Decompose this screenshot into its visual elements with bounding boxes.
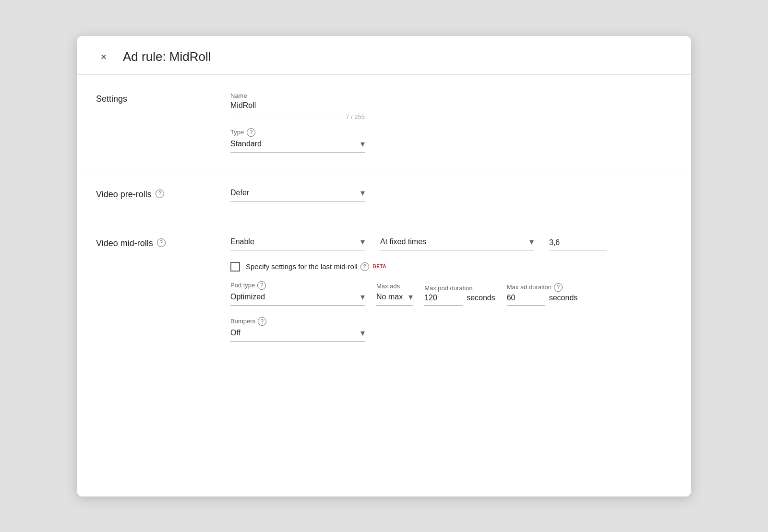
max-ads-value: No max (376, 293, 403, 301)
settings-section: Settings Name MidRoll 7 / 255 Type ? Sta… (77, 75, 691, 170)
midroll-enable-group: Enable ▾ (230, 236, 365, 250)
pod-row: Pod type ? Optimized ▾ Max ads No max ▾ (230, 281, 672, 306)
specify-text: Specify settings for the last mid-roll ?… (246, 262, 386, 271)
midroll-top-row: Enable ▾ At fixed times ▾ (230, 236, 672, 250)
bumpers-arrow: ▾ (360, 328, 365, 338)
prerolls-dropdown-arrow: ▾ (360, 188, 365, 198)
name-field-label: Name (230, 92, 672, 99)
midrolls-help-icon[interactable]: ? (157, 238, 166, 247)
max-ad-duration-input[interactable] (507, 294, 545, 306)
pod-type-label: Pod type ? (230, 281, 365, 290)
midroll-timing-select[interactable]: At fixed times ▾ (380, 236, 534, 250)
close-button[interactable]: × (96, 49, 111, 65)
bumpers-value: Off (230, 329, 240, 337)
settings-label: Settings (96, 92, 230, 153)
midroll-enable-value: Enable (230, 237, 254, 246)
max-ads-label: Max ads (376, 283, 413, 290)
max-ad-duration-label: Max ad duration ? (507, 283, 578, 292)
specify-checkbox[interactable] (230, 262, 240, 272)
max-ads-select[interactable]: No max ▾ (376, 292, 413, 306)
midroll-timing-group: At fixed times ▾ (380, 236, 534, 250)
max-ad-duration-field: Max ad duration ? seconds (507, 283, 578, 306)
prerolls-select[interactable]: Defer ▾ (230, 188, 365, 201)
settings-content: Name MidRoll 7 / 255 Type ? Standard ▾ (230, 92, 672, 153)
prerolls-select-value: Defer (230, 189, 249, 197)
prerolls-content: Defer ▾ (230, 188, 672, 201)
midrolls-content: Enable ▾ At fixed times ▾ (230, 236, 672, 342)
type-help-icon[interactable]: ? (247, 128, 255, 137)
max-ads-field: Max ads No max ▾ (376, 283, 413, 306)
type-select-value: Standard (230, 140, 262, 148)
max-ad-duration-suffix: seconds (549, 294, 578, 306)
max-ad-duration-row: seconds (507, 294, 578, 306)
pod-type-help-icon[interactable]: ? (257, 281, 266, 290)
midroll-timing-value: At fixed times (380, 237, 426, 246)
type-dropdown-arrow: ▾ (360, 139, 365, 149)
name-field-value[interactable]: MidRoll (230, 101, 365, 113)
type-field-label: Type ? (230, 128, 672, 137)
midroll-enable-select[interactable]: Enable ▾ (230, 236, 365, 250)
midroll-times-input[interactable] (549, 238, 607, 250)
max-pod-duration-row: seconds (424, 294, 495, 306)
prerolls-section: Video pre-rolls ? Defer ▾ (77, 170, 691, 219)
bumpers-help-icon[interactable]: ? (258, 317, 266, 326)
max-pod-duration-suffix: seconds (467, 294, 495, 306)
max-pod-duration-field: Max pod duration seconds (424, 284, 495, 306)
char-count: 7 / 255 (230, 113, 365, 120)
max-pod-duration-input[interactable] (424, 294, 463, 306)
pod-type-field: Pod type ? Optimized ▾ (230, 281, 365, 306)
midrolls-section: Video mid-rolls ? Enable ▾ At fixed time… (77, 219, 691, 359)
midroll-enable-arrow: ▾ (360, 236, 365, 247)
bumpers-label: Bumpers ? (230, 317, 672, 326)
max-pod-duration-label: Max pod duration (424, 284, 495, 292)
pod-type-select[interactable]: Optimized ▾ (230, 292, 365, 306)
prerolls-help-icon[interactable]: ? (156, 189, 164, 198)
pod-type-arrow: ▾ (360, 292, 365, 302)
dialog-header: × Ad rule: MidRoll (77, 36, 691, 74)
name-field-group: Name MidRoll 7 / 255 (230, 92, 672, 120)
midroll-timing-arrow: ▾ (529, 236, 534, 247)
pod-type-value: Optimized (230, 293, 265, 301)
dialog: × Ad rule: MidRoll Settings Name MidRoll… (77, 36, 691, 497)
midroll-times-group (549, 238, 607, 250)
midrolls-label: Video mid-rolls ? (96, 236, 230, 342)
specify-help-icon[interactable]: ? (360, 262, 369, 271)
bumpers-section: Bumpers ? Off ▾ (230, 317, 672, 342)
max-ads-arrow: ▾ (408, 292, 413, 302)
beta-badge: BETA (373, 264, 386, 269)
prerolls-label: Video pre-rolls ? (96, 188, 230, 201)
max-ad-duration-help-icon[interactable]: ? (554, 283, 563, 292)
bumpers-select[interactable]: Off ▾ (230, 328, 365, 342)
type-field-group: Type ? Standard ▾ (230, 128, 672, 153)
specify-row: Specify settings for the last mid-roll ?… (230, 262, 672, 272)
dialog-title: Ad rule: MidRoll (123, 49, 211, 64)
type-select[interactable]: Standard ▾ (230, 139, 365, 153)
